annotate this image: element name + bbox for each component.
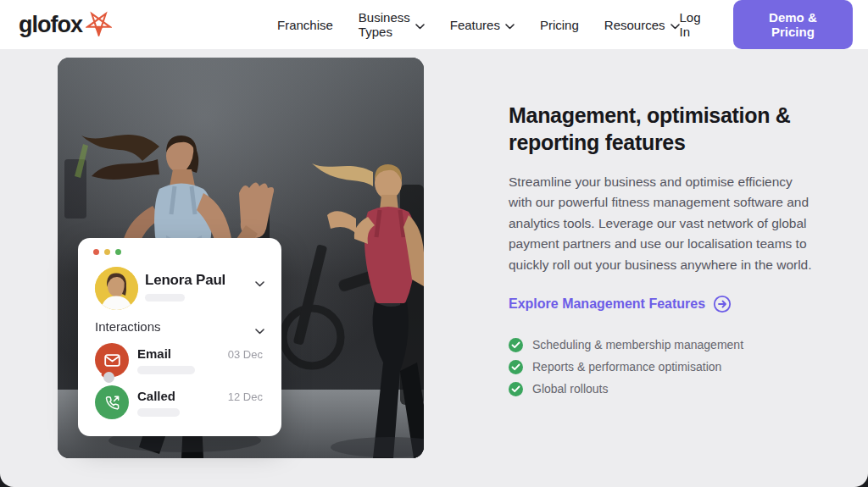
chevron-down-icon[interactable]	[255, 323, 264, 338]
window-zoom-dot	[115, 249, 121, 255]
hero-copy: Management, optimisation & reporting fea…	[509, 102, 831, 400]
avatar	[95, 267, 138, 310]
hero-paragraph: Streamline your business and optimise ef…	[509, 172, 815, 275]
phone-outgoing-icon	[95, 385, 129, 419]
list-item: Scheduling & membership management	[509, 334, 831, 356]
chevron-down-icon	[670, 18, 680, 32]
chevron-down-icon	[505, 18, 515, 32]
explore-link-label: Explore Management Features	[509, 296, 705, 312]
interactions-section-label: Interactions	[95, 319, 161, 334]
email-icon	[95, 343, 129, 377]
contact-card: Lenora Paul Interactions Email 03 Dec	[78, 238, 281, 436]
nav-item-pricing[interactable]: Pricing	[540, 18, 579, 32]
page-title: Management, optimisation & reporting fea…	[509, 102, 831, 156]
nav-label: Features	[450, 18, 500, 32]
interaction-date: 12 Dec	[228, 390, 263, 403]
contact-name: Lenora Paul	[145, 272, 225, 289]
feature-label: Global rollouts	[532, 382, 609, 396]
nav-label: Resources	[604, 18, 665, 32]
check-circle-icon	[509, 338, 523, 352]
skeleton-line	[137, 366, 195, 374]
chevron-down-icon	[415, 18, 425, 32]
window-close-dot	[93, 249, 99, 255]
window-minimize-dot	[104, 249, 110, 255]
check-circle-icon	[509, 382, 523, 396]
nav-label: Business Types	[359, 10, 410, 39]
list-item: Global rollouts	[509, 378, 831, 400]
interaction-date: 03 Dec	[228, 348, 263, 361]
interaction-type: Email	[137, 346, 171, 361]
nav-item-business-types[interactable]: Business Types	[359, 10, 425, 39]
hero-section: Lenora Paul Interactions Email 03 Dec	[0, 49, 868, 487]
nav-label: Franchise	[277, 18, 333, 32]
logo-text: glofox	[19, 12, 82, 38]
arrow-right-circle-icon	[713, 295, 732, 313]
chevron-down-icon[interactable]	[255, 275, 264, 291]
feature-label: Reports & performance optimisation	[532, 360, 721, 374]
main-nav: Franchise Business Types Features Pricin…	[277, 10, 680, 39]
nav-item-franchise[interactable]: Franchise	[277, 18, 333, 32]
status-dot	[103, 372, 114, 383]
feature-checklist: Scheduling & membership management Repor…	[509, 334, 831, 400]
window-controls	[93, 249, 121, 255]
list-item: Reports & performance optimisation	[509, 356, 831, 378]
interaction-type: Called	[137, 389, 175, 403]
explore-management-features-link[interactable]: Explore Management Features	[509, 295, 831, 313]
check-circle-icon	[509, 360, 523, 374]
skeleton-line	[145, 294, 185, 302]
skeleton-line	[137, 408, 180, 417]
nav-item-features[interactable]: Features	[450, 18, 515, 32]
feature-label: Scheduling & membership management	[532, 338, 743, 351]
fox-logo-icon	[86, 10, 112, 40]
top-navigation-bar: glofox Franchise Business Types Features…	[0, 0, 868, 49]
login-link[interactable]: Log In	[680, 10, 708, 39]
demo-pricing-button[interactable]: Demo & Pricing	[733, 0, 853, 49]
glofox-logo[interactable]: glofox	[19, 10, 112, 40]
nav-item-resources[interactable]: Resources	[604, 18, 680, 32]
nav-label: Pricing	[540, 18, 579, 32]
